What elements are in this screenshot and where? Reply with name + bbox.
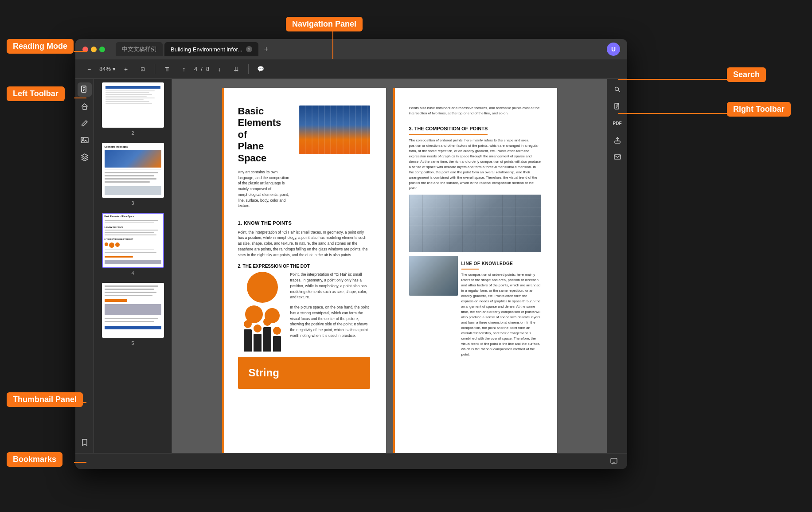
toolbar-divider-2 (248, 64, 249, 74)
current-page: 4 (194, 66, 197, 72)
svg-rect-4 (83, 106, 86, 109)
fit-page-button[interactable]: ⊡ (136, 63, 149, 76)
user-avatar[interactable]: U (607, 43, 620, 56)
tab-close-button[interactable]: × (246, 46, 252, 52)
left-toolbar-label: Left Toolbar (7, 86, 65, 101)
knowledge-image (409, 256, 458, 296)
page-left-border (222, 88, 224, 453)
sidebar-icon-image[interactable] (78, 133, 92, 147)
knowledge-text: The composition of ordered points: here … (461, 272, 541, 357)
section1-text: Point, the interpretation of "Ci Hai" is… (238, 230, 370, 258)
document-viewer[interactable]: Basic Elements of Plane Space Any art co… (172, 79, 607, 453)
svg-point-7 (615, 87, 618, 91)
reading-mode-label: Reading Mode (7, 39, 74, 54)
sidebar-icon-home[interactable] (78, 99, 92, 113)
chat-icon[interactable] (608, 455, 620, 468)
search-label: Search (727, 67, 766, 82)
prev-page-button[interactable]: ↑ (177, 63, 191, 76)
intro-text: Any art contains its own language, and t… (238, 169, 290, 209)
svg-line-8 (618, 90, 620, 92)
page-left: Basic Elements of Plane Space Any art co… (222, 88, 386, 453)
section3-heading: 3. THE COMPOSITION OF POINTS (409, 125, 488, 135)
right-page-border (393, 88, 395, 453)
next-page-button[interactable]: ↓ (213, 63, 226, 76)
thumbnail-panel-label: Thumbnail Panel (7, 392, 83, 407)
new-tab-button[interactable]: + (260, 43, 273, 55)
last-page-button[interactable]: ⇊ (230, 63, 243, 76)
zoom-out-button[interactable]: − (82, 63, 96, 76)
zoom-in-button[interactable]: + (119, 63, 133, 76)
page-separator: / (201, 66, 203, 72)
comment-button[interactable]: 💬 (254, 63, 267, 76)
right-toolbar-share[interactable] (610, 133, 625, 147)
knowledge-heading: LINE OF KNOWLEDGE (461, 260, 541, 267)
tab-chinese[interactable]: 中文文稿样例 (116, 42, 163, 56)
svg-rect-14 (614, 155, 621, 159)
sidebar-icon-layers[interactable] (78, 150, 92, 164)
bookmarks-label: Bookmarks (7, 452, 62, 467)
minimize-button[interactable] (91, 47, 97, 52)
zoom-display: 84% ▾ (99, 66, 116, 72)
total-pages: 8 (206, 66, 209, 72)
page-title: Basic Elements of Plane Space (238, 106, 290, 164)
knowledge-section: LINE OF KNOWLEDGE The composition of ord… (409, 256, 541, 361)
sidebar-icon-document[interactable] (78, 82, 92, 97)
thumbnail-panel: 2 Geometric Philosophy (94, 79, 172, 453)
thumbnail-2-label: 2 (131, 130, 134, 136)
page-right: Points also have dominant and recessive … (393, 88, 557, 453)
right-toolbar-pdf[interactable]: PDF (610, 116, 625, 130)
section2-text1: Point, the interpretation of "Ci Hai" is… (290, 272, 370, 300)
svg-rect-13 (615, 141, 620, 143)
zoom-dropdown-icon[interactable]: ▾ (113, 66, 116, 72)
right-toolbar-search[interactable] (610, 82, 625, 97)
building-image (409, 195, 541, 252)
right-toolbar-mail[interactable] (610, 150, 625, 164)
section3-text: The composition of ordered points: here … (409, 138, 541, 191)
page-navigation: 4 / 8 (194, 66, 209, 72)
first-page-button[interactable]: ⇈ (160, 63, 174, 76)
section1-heading: 1. KNOW THE POINTS (238, 219, 370, 227)
right-toolbar: PDF (607, 79, 627, 453)
thumbnail-3-label: 3 (131, 200, 134, 206)
toolbar-divider-1 (155, 64, 155, 74)
top-image (299, 106, 370, 154)
thumbnail-4-label: 4 (131, 270, 134, 276)
section2-text2: In the picture space, on the one hand, t… (290, 305, 370, 339)
right-intro: Points also have dominant and recessive … (409, 106, 541, 116)
zoom-value: 84% (99, 66, 111, 72)
tab-chinese-label: 中文文稿样例 (122, 45, 156, 53)
tab-bar: 中文文稿样例 Building Environment infor... × + (116, 42, 601, 56)
thumbnail-page-4[interactable]: Basic Elements of Plane Space 1. KNOW TH… (94, 209, 172, 279)
string-label: String (238, 357, 370, 389)
tab-building[interactable]: Building Environment infor... × (164, 42, 258, 56)
title-bar: 中文文稿样例 Building Environment infor... × +… (75, 39, 627, 59)
thumbnail-page-3[interactable]: Geometric Philosophy 3 (94, 139, 172, 209)
fullscreen-button[interactable] (99, 47, 105, 52)
navigation-panel-label: Navigation Panel (286, 17, 363, 31)
right-toolbar-document[interactable] (610, 99, 625, 113)
right-toolbar-label: Right Toolbar (727, 102, 791, 117)
sidebar-icon-bookmark[interactable] (78, 435, 92, 449)
section2-heading: 2. THE EXPRESSION OF THE DOT (238, 263, 370, 270)
bottom-bar (75, 453, 627, 469)
main-content: 2 Geometric Philosophy (75, 79, 627, 453)
sidebar-icon-edit[interactable] (78, 116, 92, 130)
thumbnail-page-2[interactable]: 2 (94, 79, 172, 139)
toolbar: − 84% ▾ + ⊡ ⇈ ↑ 4 / 8 ↓ ⇊ 💬 (75, 59, 627, 79)
tab-building-label: Building Environment infor... (171, 46, 242, 53)
thumbnail-page-5[interactable]: 5 (94, 279, 172, 349)
app-window: 中文文稿样例 Building Environment infor... × +… (75, 39, 627, 469)
thumbnail-5-label: 5 (131, 340, 134, 346)
